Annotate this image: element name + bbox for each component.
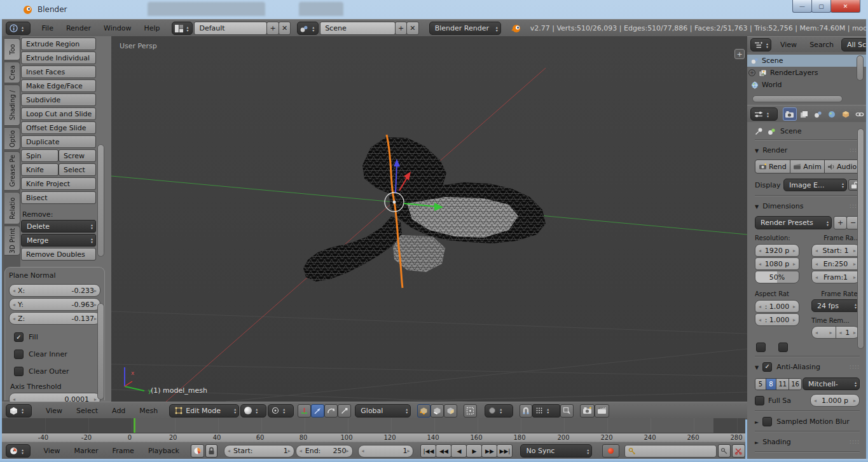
fill-checkbox[interactable] <box>14 332 24 342</box>
increment-arrow-icon[interactable] <box>94 288 97 294</box>
viewport-editor-type-selector[interactable] <box>6 404 32 418</box>
delete-menu[interactable]: Delete <box>21 220 96 233</box>
antialiasing-checkbox[interactable] <box>762 362 772 372</box>
scale-manipulator-button[interactable] <box>338 404 351 418</box>
clear-outer-checkbox[interactable] <box>14 367 24 376</box>
plane-normal-y-field[interactable]: Y:-0.963 <box>9 298 100 311</box>
spin-button[interactable]: Spin <box>21 149 59 162</box>
viewport-shading-selector[interactable] <box>240 404 266 418</box>
increment-arrow-icon[interactable] <box>793 304 796 309</box>
tab-grease-pencil[interactable]: Grease Pe <box>4 151 20 191</box>
decrement-arrow-icon[interactable] <box>300 448 302 454</box>
subdivide-button[interactable]: Subdivide <box>21 93 96 106</box>
increment-arrow-icon[interactable] <box>853 275 856 280</box>
operator-panel-scrollbar[interactable] <box>97 303 104 400</box>
remove-doubles-button[interactable]: Remove Doubles <box>21 248 96 261</box>
start-frame-field[interactable]: Start: 1 <box>224 445 294 458</box>
add-scene-button[interactable]: + <box>395 22 407 35</box>
mode-selector[interactable]: Edit Mode <box>169 404 239 418</box>
extrude-individual-button[interactable]: Extrude Individual <box>21 51 96 64</box>
display-mode-selector[interactable]: Image E... <box>783 179 847 191</box>
menu-file[interactable]: File <box>36 24 60 32</box>
decrement-arrow-icon[interactable] <box>13 302 15 308</box>
clear-outer-checkbox-row[interactable]: Clear Outer <box>14 367 100 376</box>
fill-checkbox-row[interactable]: Fill <box>14 332 100 342</box>
resolution-y-field[interactable]: 1080 p <box>755 257 799 270</box>
tab-create[interactable]: Crea <box>4 62 20 83</box>
frame-start-field[interactable]: Start: 1 <box>811 244 860 257</box>
menu-frame[interactable]: Frame <box>106 447 141 455</box>
render-engine-selector[interactable]: Blender Render <box>429 22 501 35</box>
manipulator-toggle-button[interactable] <box>298 404 311 418</box>
timeline-editor-type-selector[interactable] <box>6 444 31 458</box>
aa-samples-16-button[interactable]: 16 <box>789 379 801 390</box>
pin-icon[interactable] <box>755 127 763 135</box>
opengl-render-image-button[interactable] <box>580 404 595 418</box>
tab-shading[interactable]: Shading / <box>4 85 20 126</box>
delete-scene-button[interactable]: ✕ <box>406 22 418 35</box>
clear-inner-checkbox[interactable] <box>14 350 24 359</box>
menu-select[interactable]: Select <box>70 407 104 415</box>
tab-render-properties[interactable] <box>783 107 797 121</box>
snap-target-button[interactable] <box>560 404 574 418</box>
rotate-manipulator-button[interactable] <box>324 404 338 418</box>
snap-toggle-button[interactable] <box>520 404 532 418</box>
add-preset-button[interactable]: + <box>834 216 847 229</box>
bisect-button[interactable]: Bisect <box>21 191 96 204</box>
render-presets-selector[interactable]: Render Presets <box>755 216 832 229</box>
face-select-mode-button[interactable] <box>444 404 457 418</box>
increment-arrow-icon[interactable] <box>853 248 856 254</box>
menu-mesh[interactable]: Mesh <box>133 407 164 415</box>
screen-layout-name-field[interactable]: Default <box>194 22 267 35</box>
3d-viewport[interactable]: x y User Persp (1) model_mesh + <box>111 36 747 402</box>
decrement-arrow-icon[interactable] <box>815 330 818 336</box>
current-frame-cursor[interactable] <box>134 418 135 433</box>
motion-blur-checkbox[interactable] <box>762 417 772 426</box>
properties-editor-type-selector[interactable] <box>750 107 778 121</box>
lock-icon[interactable] <box>205 444 217 458</box>
jump-to-start-button[interactable]: |◀◀ <box>420 444 436 458</box>
scene-name-field[interactable]: Scene <box>320 22 396 35</box>
frame-step-field[interactable]: Fram:1 <box>811 271 860 283</box>
snap-element-selector[interactable] <box>532 404 560 418</box>
menu-playback[interactable]: Playback <box>142 447 186 455</box>
outliner-scope-selector[interactable]: All Sc <box>841 38 868 51</box>
translate-manipulator-button[interactable] <box>311 404 324 418</box>
tab-relations[interactable]: Relatio <box>4 192 20 224</box>
render-animation-button[interactable]: Anim <box>790 160 825 173</box>
delete-layout-button[interactable]: ✕ <box>279 22 291 35</box>
aa-samples-11-button[interactable]: 11 <box>776 379 789 390</box>
aa-samples-8-button[interactable]: 8 <box>766 379 777 390</box>
limit-to-visible-button[interactable] <box>464 404 477 418</box>
aa-size-slider[interactable]: 1.000 p <box>810 394 860 407</box>
panel-grip-icon[interactable] <box>850 363 860 370</box>
menu-add[interactable]: Add <box>106 407 132 415</box>
time-remap-new-field[interactable]: 1 <box>836 326 860 339</box>
outliner-vertical-scrollbar[interactable] <box>857 55 864 81</box>
render-still-button[interactable]: Rend <box>755 160 790 173</box>
timeline-track[interactable] <box>2 418 745 433</box>
border-checkbox[interactable] <box>756 343 766 352</box>
region-expand-icon[interactable]: + <box>734 49 745 59</box>
increment-arrow-icon[interactable] <box>853 261 856 267</box>
screw-button[interactable]: Screw <box>59 149 96 162</box>
insert-keyframe-button[interactable] <box>718 444 731 458</box>
crop-checkbox[interactable] <box>778 343 788 352</box>
menu-search[interactable]: Search <box>803 41 840 49</box>
increment-arrow-icon[interactable] <box>288 448 291 454</box>
transform-orientation-selector[interactable]: Global <box>355 404 411 418</box>
render-audio-button[interactable]: Audio <box>824 160 860 173</box>
increment-arrow-icon[interactable] <box>793 317 796 323</box>
tool-shelf-scrollbar[interactable] <box>97 144 104 257</box>
decrement-arrow-icon[interactable] <box>13 288 15 294</box>
tab-options[interactable]: Optio <box>4 127 20 150</box>
frame-rate-selector[interactable]: 24 fps <box>811 299 860 312</box>
pivot-point-selector[interactable] <box>268 404 294 418</box>
outliner-item-renderlayers[interactable]: + RenderLayers <box>747 67 866 79</box>
menu-view[interactable]: View <box>39 407 69 415</box>
tab-object-properties[interactable] <box>839 108 853 120</box>
menu-view[interactable]: View <box>37 447 66 455</box>
tab-world-properties[interactable] <box>825 108 839 120</box>
make-edge-face-button[interactable]: Make Edge/Face <box>21 79 96 92</box>
tab-constraints[interactable] <box>853 108 866 120</box>
